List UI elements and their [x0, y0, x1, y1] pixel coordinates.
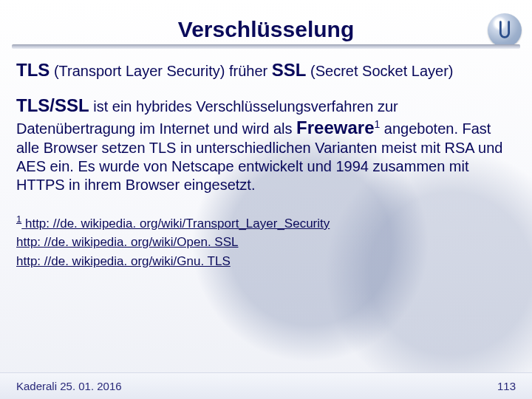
footer-author-date: Kaderali 25. 01. 2016: [16, 380, 122, 392]
link-row: http: //de. wikipedia. org/wiki/Gnu. TLS: [16, 252, 516, 271]
page-number: 113: [497, 380, 516, 392]
link-row: http: //de. wikipedia. org/wiki/Open. SS…: [16, 233, 516, 252]
logo-glyph-icon: [494, 19, 516, 41]
content-area: TLS (Transport Layer Security) früher SS…: [16, 59, 516, 355]
term-tls: TLS: [16, 60, 50, 80]
paragraph-description: TLS/SSL ist ein hybrides Verschlüsselung…: [16, 95, 516, 194]
footer: Kaderali 25. 01. 2016 113: [0, 372, 532, 399]
title-underline: [12, 44, 520, 49]
link-wikipedia-tls[interactable]: http: //de. wikipedia. org/wiki/Transpor…: [21, 216, 330, 231]
term-tls-ssl: TLS/SSL: [16, 95, 89, 115]
term-freeware: Freeware: [296, 117, 374, 137]
link-wikipedia-gnutls[interactable]: http: //de. wikipedia. org/wiki/Gnu. TLS: [16, 254, 231, 268]
reference-links: 1 http: //de. wikipedia. org/wiki/Transp…: [16, 212, 516, 270]
text-segment: (Transport Layer Security) früher: [50, 63, 271, 79]
link-row: 1 http: //de. wikipedia. org/wiki/Transp…: [16, 212, 516, 233]
slide: Verschlüsselung TLS (Transport Layer Sec…: [0, 0, 532, 399]
link-wikipedia-openssl[interactable]: http: //de. wikipedia. org/wiki/Open. SS…: [16, 235, 239, 249]
slide-title: Verschlüsselung: [0, 17, 532, 42]
paragraph-tls-definition: TLS (Transport Layer Security) früher SS…: [16, 59, 516, 81]
university-logo-icon: [488, 13, 522, 47]
term-ssl: SSL: [272, 60, 307, 80]
text-segment: (Secret Socket Layer): [306, 63, 453, 79]
